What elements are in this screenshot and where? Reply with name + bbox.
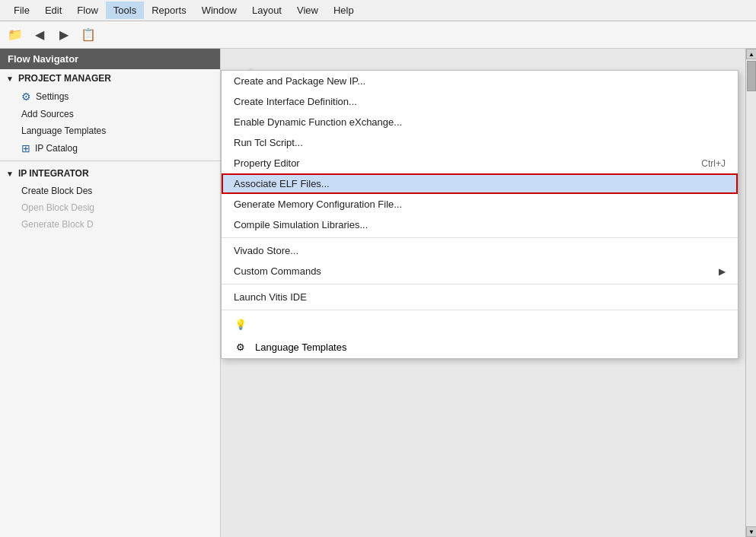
nav-open-block-label: Open Block Desig [21,202,94,213]
menu-property-editor[interactable]: Property Editor Ctrl+J [222,153,738,173]
nav-add-sources[interactable]: Add Sources [0,106,220,122]
menu-launch-vitis[interactable]: Launch Vitis IDE [222,287,738,307]
flow-navigator: Flow Navigator ▼ PROJECT MANAGER ⚙ Setti… [0,49,221,537]
nav-create-block[interactable]: Create Block Des [0,183,220,199]
menu-settings-label: Language Templates [255,342,346,353]
nav-gen-block-label: Generate Block D [21,219,94,230]
open-folder-btn[interactable]: 📁 [5,24,26,46]
toolbar: 📁 ◀ ▶ 📋 [0,21,756,49]
menu-gen-mem-config-label: Generate Memory Configuration File... [234,199,402,210]
forward-btn[interactable]: ▶ [53,24,75,46]
menu-help[interactable]: Help [326,2,362,19]
menu-separator-2 [222,284,738,284]
menu-associate-elf[interactable]: Associate ELF Files... [222,173,738,194]
project-manager-label: PROJECT MANAGER [18,73,111,84]
menu-compile-sim[interactable]: Compile Simulation Libraries... [222,214,738,235]
menu-create-package-ip[interactable]: Create and Package New IP... [222,71,738,91]
menu-create-package-ip-label: Create and Package New IP... [234,75,365,87]
menu-window[interactable]: Window [194,2,244,19]
expand-arrow-icon: ▼ [6,75,14,83]
right-scrollbar[interactable]: ▲ ▼ [745,49,756,537]
ip-catalog-icon: ⊞ [21,142,30,154]
nav-lang-templates-label: Language Templates [21,126,106,136]
menu-separator-1 [222,237,738,238]
nav-add-sources-label: Add Sources [21,109,74,119]
menu-vivado-store-label: Vivado Store... [234,245,298,256]
nav-ip-catalog-label: IP Catalog [35,143,78,154]
gear-icon: ⚙ [234,340,247,354]
ip-integrator-section[interactable]: ▼ IP INTEGRATOR [0,164,220,183]
menu-create-interface[interactable]: Create Interface Definition... [222,91,738,112]
nav-gen-block[interactable]: Generate Block D [0,216,220,233]
nav-create-block-label: Create Block Des [21,186,92,196]
menu-vivado-store[interactable]: Vivado Store... [222,240,738,261]
nav-lang-templates[interactable]: Language Templates [0,122,220,139]
settings-icon: ⚙ [21,91,31,103]
scrollbar-track[interactable] [746,59,756,526]
menubar: File Edit Flow Tools Reports Window Layo… [0,0,756,21]
menu-custom-commands[interactable]: Custom Commands ▶ [222,261,738,281]
ip-integrator-label: IP INTEGRATOR [18,168,89,179]
menu-view[interactable]: View [289,2,326,19]
tools-dropdown-menu: Create and Package New IP... Create Inte… [221,70,738,359]
menu-flow[interactable]: Flow [69,2,105,19]
expand-arrow-ip-icon: ▼ [6,170,14,178]
menu-file[interactable]: File [6,2,37,19]
clipboard-btn[interactable]: 📋 [78,24,99,46]
flow-navigator-title: Flow Navigator [0,49,220,69]
menu-edit[interactable]: Edit [37,2,69,19]
main-layout: Flow Navigator ▼ PROJECT MANAGER ⚙ Setti… [0,49,756,537]
back-btn[interactable]: ◀ [29,24,50,46]
menu-property-editor-shortcut: Ctrl+J [701,158,726,169]
lightbulb-icon: 💡 [234,317,247,331]
nav-ip-catalog[interactable]: ⊞ IP Catalog [0,139,220,157]
menu-enable-dfx[interactable]: Enable Dynamic Function eXchange... [222,112,738,132]
menu-separator-3 [222,310,738,310]
scrollbar-up-btn[interactable]: ▲ [746,49,756,59]
project-manager-section[interactable]: ▼ PROJECT MANAGER [0,69,220,87]
menu-launch-vitis-label: Launch Vitis IDE [234,291,307,303]
menu-run-tcl[interactable]: Run Tcl Script... [222,132,738,153]
menu-enable-dfx-label: Enable Dynamic Function eXchange... [234,116,402,128]
menu-gen-mem-config[interactable]: Generate Memory Configuration File... [222,194,738,214]
menu-layout[interactable]: Layout [244,2,289,19]
menu-associate-elf-label: Associate ELF Files... [234,178,330,189]
menu-reports[interactable]: Reports [144,2,194,19]
menu-property-editor-label: Property Editor [234,157,300,169]
submenu-arrow-icon: ▶ [719,266,726,277]
menu-create-interface-label: Create Interface Definition... [234,96,357,107]
scrollbar-thumb[interactable] [747,61,756,91]
nav-settings-label: Settings [36,91,69,102]
nav-settings[interactable]: ⚙ Settings [0,87,220,106]
nav-open-block[interactable]: Open Block Desig [0,199,220,216]
menu-custom-commands-label: Custom Commands [234,265,321,277]
menu-lang-templates[interactable]: 💡 [222,313,738,335]
scrollbar-down-btn[interactable]: ▼ [746,526,756,537]
menu-tools[interactable]: Tools [106,2,144,19]
section-separator [0,160,220,161]
menu-run-tcl-label: Run Tcl Script... [234,137,303,148]
menu-compile-sim-label: Compile Simulation Libraries... [234,219,368,230]
menu-settings[interactable]: ⚙ Language Templates [222,335,738,358]
